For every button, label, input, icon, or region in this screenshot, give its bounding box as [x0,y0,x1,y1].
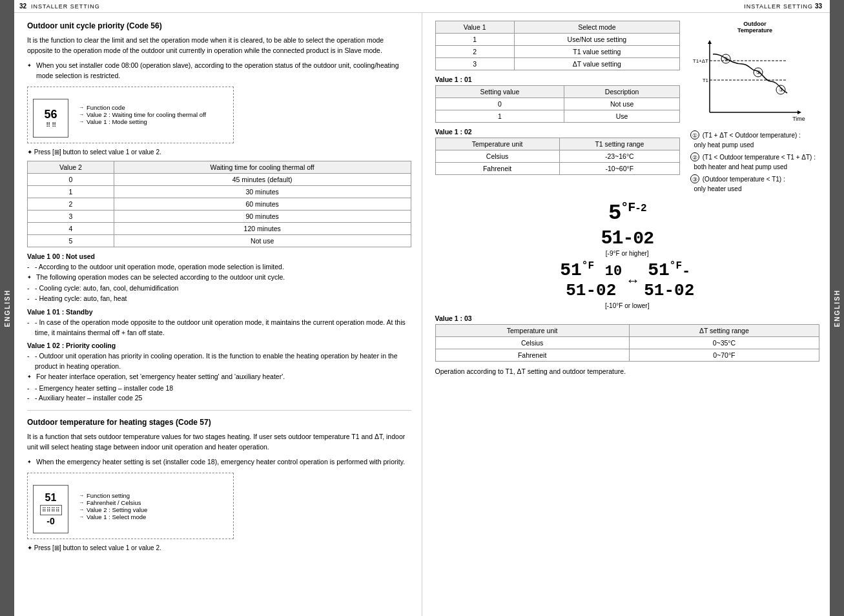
display2-left-chars: 51°F 10 51-02 [560,261,622,301]
value100-sub1: - Cooling cycle: auto, fan, cool, dehumi… [27,283,411,294]
table1-row5-val: 5 [28,234,114,247]
table-row: Fahreneit 0~70°F [435,349,819,362]
select-row1-desc: Use/Not use setting [514,34,679,46]
graph-outdoor-label: OutdoorTemperature [690,21,819,34]
table-row: 5 Not use [28,234,411,247]
table-row: 3 90 minutes [28,210,411,222]
page-num-right: 33 [815,3,822,10]
ann2-line-3: → Value 2 : Setting value [79,506,147,513]
value102-sub1: - Emergency heater setting – installer c… [27,384,411,394]
table03-col2: ΔT setting range [629,325,819,337]
ann-line-1: → Function code [79,104,206,111]
graph-note-1: ① (T1 + ΔT < Outdoor temperature) : only… [690,130,819,150]
value102-sub2: - Auxiliary heater – installer code 25 [27,393,411,404]
display1-container: 5°F-2 51-02 [-9°F or higher] [435,200,820,257]
diagram2-annotations: → Function setting → Fahrenheit / Celsiu… [79,492,147,520]
diagram1-annotations: → Function code → Value 2 : Waiting time… [79,104,206,125]
circle-1: ① [690,130,699,139]
display2-arrow: ↔ [626,272,640,289]
table-row: 4 120 minutes [28,222,411,234]
table1-row0-desc: 45 minutes (default) [114,173,411,185]
value100-label: Value 1 00 : Not used [27,252,411,260]
table-03: Temperature unit ΔT setting range Celsiu… [435,324,820,362]
table1-row5-desc: Not use [114,234,411,247]
table01-row1-desc: Use [564,110,680,123]
table1-row2-val: 2 [28,198,114,210]
svg-text:①: ① [724,56,728,62]
table02-col1: Temperature unit [435,138,559,150]
display1-chars: 5°F-2 51-02 [435,200,820,250]
section1-body: It is the function to clear the limit an… [27,36,411,56]
table01-row1-val: 1 [435,110,564,123]
graph-note-3: ③ (Outdoor temperature < T1) : only heat… [690,174,819,194]
table-01: Setting value Description 0 Not use [435,85,681,123]
select-row3-val: 3 [435,58,514,70]
temp-graph-svg: Time T1+ΔT T1 ① [690,35,807,125]
left-column: Outdoor unit cycle priority (Code 56) It… [14,13,422,616]
ann2-line-2: → Fahrenheit / Celsius [79,499,147,506]
table1-row4-desc: 120 minutes [114,222,411,234]
ann2-text-2: Fahrenheit / Celsius [87,499,141,506]
device-segments-1: ⠿⠿ [46,121,56,128]
display1-label: [-9°F or higher] [435,250,820,257]
value101-label-left: Value 1 01 : Standby [27,308,411,316]
table1-row4-val: 4 [28,222,114,234]
select-row2-desc: T1 value setting [514,46,679,58]
select-table-col2: Select mode [514,21,679,34]
ann2-line-1: → Function setting [79,492,147,499]
value102-label-left: Value 1 02 : Priority cooling [27,342,411,349]
value100-body1: - According to the outdoor unit operatio… [27,262,411,272]
temperature-graph-col: OutdoorTemperature Time [690,21,819,194]
right-top-section: Value 1 Select mode 1 Use/Not use settin… [435,21,820,194]
table03-col1: Temperature unit [435,325,629,337]
header-section-right: INSTALLER SETTING [744,3,813,10]
svg-text:③: ③ [779,87,783,93]
table-row: 0 Not use [435,98,680,110]
table-row: 1 30 minutes [28,185,411,198]
table03-row0-val: Celsius [435,337,629,349]
table02-row0-val: Celsius [435,150,559,163]
value101-body: - In case of the operation mode opposite… [27,318,411,338]
value102-body: - Outdoor unit operation has priority in… [27,351,411,372]
table1-col2-header: Waiting time for cooling thermal off [114,161,411,173]
table01-col2: Description [564,86,680,98]
ann2-text-3: Value 2 : Setting value [87,506,147,513]
table03-row1-val: Fahreneit [435,349,629,362]
display2-right-chars: 51°F- 51-02 [644,261,694,301]
value101-right-label: Value 1 : 01 [435,76,681,83]
page-num-left: 32 [19,3,26,10]
table-row: Celsius -23~16°C [435,150,680,163]
right-column: Value 1 Select mode 1 Use/Not use settin… [422,13,830,616]
table-row: Fahreneit -10~60°F [435,163,680,175]
circle-2: ② [690,152,699,161]
table1-row0-val: 0 [28,173,114,185]
table-row: 3 ΔT value setting [435,58,680,70]
table02-row0-desc: -23~16°C [559,150,679,163]
table02-row1-desc: -10~60°F [559,163,679,175]
page-header: 32 INSTALLER SETTING INSTALLER SETTING 3… [14,0,830,13]
select-row1-val: 1 [435,34,514,46]
select-row2-val: 2 [435,46,514,58]
section1-bullet1: When you set installer code 08:00 (opera… [27,61,411,81]
section1-title: Outdoor unit cycle priority (Code 56) [27,21,411,32]
table-row: Celsius 0~35°C [435,337,819,349]
graph-notes: ① (T1 + ΔT < Outdoor temperature) : only… [690,130,819,194]
svg-text:T1+ΔT: T1+ΔT [693,58,708,64]
ann-line-3: → Value 1 : Mode setting [79,118,206,125]
ann-text-3: Value 1 : Mode setting [87,118,147,125]
value102-right-label: Value 1 : 02 [435,128,681,136]
svg-text:Time: Time [792,116,805,122]
ann-text-2: Value 2 : Waiting time for cooling therm… [87,111,206,118]
table01-col1: Setting value [435,86,564,98]
press-note-1: ✦ Press [⊞] button to select value 1 or … [27,149,411,156]
section2-body: It is a function that sets outdoor tempe… [27,432,411,453]
table-row: 2 T1 value setting [435,46,680,58]
value103-label: Value 1 : 03 [435,314,820,322]
ann-text-1: Function code [87,104,125,111]
table-row: 1 Use/Not use setting [435,34,680,46]
ann2-text-1: Function setting [87,492,130,499]
svg-marker-3 [798,110,801,114]
table02-row1-val: Fahreneit [435,163,559,175]
select-mode-table: Value 1 Select mode 1 Use/Not use settin… [435,21,681,70]
device-number-2: 51 [45,492,57,504]
